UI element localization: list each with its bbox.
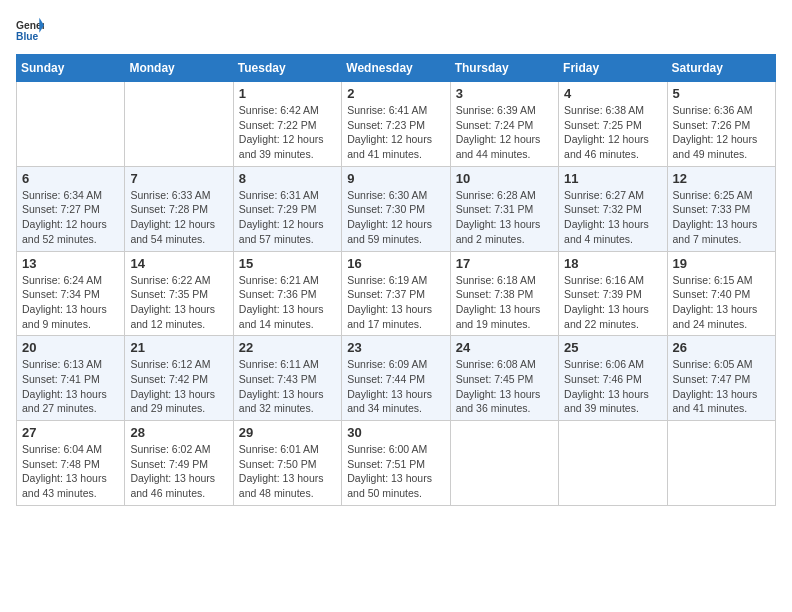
day-number: 24 bbox=[456, 340, 553, 355]
calendar-cell: 27Sunrise: 6:04 AM Sunset: 7:48 PM Dayli… bbox=[17, 421, 125, 506]
day-number: 9 bbox=[347, 171, 444, 186]
day-number: 20 bbox=[22, 340, 119, 355]
calendar-cell: 8Sunrise: 6:31 AM Sunset: 7:29 PM Daylig… bbox=[233, 166, 341, 251]
svg-text:Blue: Blue bbox=[16, 31, 39, 42]
weekday-header-tuesday: Tuesday bbox=[233, 55, 341, 82]
calendar-cell: 29Sunrise: 6:01 AM Sunset: 7:50 PM Dayli… bbox=[233, 421, 341, 506]
day-number: 2 bbox=[347, 86, 444, 101]
calendar-cell: 17Sunrise: 6:18 AM Sunset: 7:38 PM Dayli… bbox=[450, 251, 558, 336]
day-number: 1 bbox=[239, 86, 336, 101]
calendar-cell: 21Sunrise: 6:12 AM Sunset: 7:42 PM Dayli… bbox=[125, 336, 233, 421]
weekday-header-friday: Friday bbox=[559, 55, 667, 82]
day-info: Sunrise: 6:00 AM Sunset: 7:51 PM Dayligh… bbox=[347, 442, 444, 501]
calendar-week-2: 6Sunrise: 6:34 AM Sunset: 7:27 PM Daylig… bbox=[17, 166, 776, 251]
calendar-cell: 12Sunrise: 6:25 AM Sunset: 7:33 PM Dayli… bbox=[667, 166, 775, 251]
day-info: Sunrise: 6:28 AM Sunset: 7:31 PM Dayligh… bbox=[456, 188, 553, 247]
calendar-cell: 23Sunrise: 6:09 AM Sunset: 7:44 PM Dayli… bbox=[342, 336, 450, 421]
day-number: 14 bbox=[130, 256, 227, 271]
calendar-cell: 20Sunrise: 6:13 AM Sunset: 7:41 PM Dayli… bbox=[17, 336, 125, 421]
calendar-cell: 26Sunrise: 6:05 AM Sunset: 7:47 PM Dayli… bbox=[667, 336, 775, 421]
calendar-cell bbox=[17, 82, 125, 167]
calendar-week-1: 1Sunrise: 6:42 AM Sunset: 7:22 PM Daylig… bbox=[17, 82, 776, 167]
calendar-cell: 9Sunrise: 6:30 AM Sunset: 7:30 PM Daylig… bbox=[342, 166, 450, 251]
day-number: 23 bbox=[347, 340, 444, 355]
calendar-cell: 16Sunrise: 6:19 AM Sunset: 7:37 PM Dayli… bbox=[342, 251, 450, 336]
day-info: Sunrise: 6:15 AM Sunset: 7:40 PM Dayligh… bbox=[673, 273, 770, 332]
day-info: Sunrise: 6:24 AM Sunset: 7:34 PM Dayligh… bbox=[22, 273, 119, 332]
day-info: Sunrise: 6:33 AM Sunset: 7:28 PM Dayligh… bbox=[130, 188, 227, 247]
calendar-cell bbox=[559, 421, 667, 506]
calendar-table: SundayMondayTuesdayWednesdayThursdayFrid… bbox=[16, 54, 776, 506]
calendar-cell: 28Sunrise: 6:02 AM Sunset: 7:49 PM Dayli… bbox=[125, 421, 233, 506]
day-info: Sunrise: 6:06 AM Sunset: 7:46 PM Dayligh… bbox=[564, 357, 661, 416]
calendar-cell: 7Sunrise: 6:33 AM Sunset: 7:28 PM Daylig… bbox=[125, 166, 233, 251]
calendar-cell: 22Sunrise: 6:11 AM Sunset: 7:43 PM Dayli… bbox=[233, 336, 341, 421]
day-info: Sunrise: 6:12 AM Sunset: 7:42 PM Dayligh… bbox=[130, 357, 227, 416]
day-number: 25 bbox=[564, 340, 661, 355]
calendar-cell: 18Sunrise: 6:16 AM Sunset: 7:39 PM Dayli… bbox=[559, 251, 667, 336]
day-number: 21 bbox=[130, 340, 227, 355]
day-number: 6 bbox=[22, 171, 119, 186]
day-number: 7 bbox=[130, 171, 227, 186]
calendar-cell: 19Sunrise: 6:15 AM Sunset: 7:40 PM Dayli… bbox=[667, 251, 775, 336]
day-number: 27 bbox=[22, 425, 119, 440]
calendar-cell bbox=[125, 82, 233, 167]
calendar-cell: 1Sunrise: 6:42 AM Sunset: 7:22 PM Daylig… bbox=[233, 82, 341, 167]
calendar-cell: 4Sunrise: 6:38 AM Sunset: 7:25 PM Daylig… bbox=[559, 82, 667, 167]
day-number: 28 bbox=[130, 425, 227, 440]
day-info: Sunrise: 6:30 AM Sunset: 7:30 PM Dayligh… bbox=[347, 188, 444, 247]
day-number: 10 bbox=[456, 171, 553, 186]
calendar-cell: 14Sunrise: 6:22 AM Sunset: 7:35 PM Dayli… bbox=[125, 251, 233, 336]
day-number: 3 bbox=[456, 86, 553, 101]
calendar-week-5: 27Sunrise: 6:04 AM Sunset: 7:48 PM Dayli… bbox=[17, 421, 776, 506]
calendar-cell bbox=[667, 421, 775, 506]
page-header: General Blue bbox=[16, 16, 776, 44]
day-number: 5 bbox=[673, 86, 770, 101]
day-number: 13 bbox=[22, 256, 119, 271]
day-number: 12 bbox=[673, 171, 770, 186]
calendar-cell bbox=[450, 421, 558, 506]
logo: General Blue bbox=[16, 16, 48, 44]
calendar-cell: 13Sunrise: 6:24 AM Sunset: 7:34 PM Dayli… bbox=[17, 251, 125, 336]
day-info: Sunrise: 6:34 AM Sunset: 7:27 PM Dayligh… bbox=[22, 188, 119, 247]
day-number: 22 bbox=[239, 340, 336, 355]
day-info: Sunrise: 6:13 AM Sunset: 7:41 PM Dayligh… bbox=[22, 357, 119, 416]
day-number: 18 bbox=[564, 256, 661, 271]
day-info: Sunrise: 6:11 AM Sunset: 7:43 PM Dayligh… bbox=[239, 357, 336, 416]
day-number: 16 bbox=[347, 256, 444, 271]
day-info: Sunrise: 6:16 AM Sunset: 7:39 PM Dayligh… bbox=[564, 273, 661, 332]
day-info: Sunrise: 6:19 AM Sunset: 7:37 PM Dayligh… bbox=[347, 273, 444, 332]
calendar-cell: 30Sunrise: 6:00 AM Sunset: 7:51 PM Dayli… bbox=[342, 421, 450, 506]
day-info: Sunrise: 6:39 AM Sunset: 7:24 PM Dayligh… bbox=[456, 103, 553, 162]
day-info: Sunrise: 6:38 AM Sunset: 7:25 PM Dayligh… bbox=[564, 103, 661, 162]
day-number: 15 bbox=[239, 256, 336, 271]
day-number: 19 bbox=[673, 256, 770, 271]
day-info: Sunrise: 6:21 AM Sunset: 7:36 PM Dayligh… bbox=[239, 273, 336, 332]
day-info: Sunrise: 6:09 AM Sunset: 7:44 PM Dayligh… bbox=[347, 357, 444, 416]
day-number: 26 bbox=[673, 340, 770, 355]
weekday-header-saturday: Saturday bbox=[667, 55, 775, 82]
day-info: Sunrise: 6:31 AM Sunset: 7:29 PM Dayligh… bbox=[239, 188, 336, 247]
calendar-cell: 2Sunrise: 6:41 AM Sunset: 7:23 PM Daylig… bbox=[342, 82, 450, 167]
day-number: 11 bbox=[564, 171, 661, 186]
calendar-cell: 6Sunrise: 6:34 AM Sunset: 7:27 PM Daylig… bbox=[17, 166, 125, 251]
calendar-body: 1Sunrise: 6:42 AM Sunset: 7:22 PM Daylig… bbox=[17, 82, 776, 506]
day-number: 4 bbox=[564, 86, 661, 101]
day-info: Sunrise: 6:36 AM Sunset: 7:26 PM Dayligh… bbox=[673, 103, 770, 162]
day-number: 29 bbox=[239, 425, 336, 440]
day-info: Sunrise: 6:05 AM Sunset: 7:47 PM Dayligh… bbox=[673, 357, 770, 416]
calendar-header-row: SundayMondayTuesdayWednesdayThursdayFrid… bbox=[17, 55, 776, 82]
calendar-cell: 25Sunrise: 6:06 AM Sunset: 7:46 PM Dayli… bbox=[559, 336, 667, 421]
calendar-cell: 24Sunrise: 6:08 AM Sunset: 7:45 PM Dayli… bbox=[450, 336, 558, 421]
day-info: Sunrise: 6:27 AM Sunset: 7:32 PM Dayligh… bbox=[564, 188, 661, 247]
day-info: Sunrise: 6:25 AM Sunset: 7:33 PM Dayligh… bbox=[673, 188, 770, 247]
day-info: Sunrise: 6:04 AM Sunset: 7:48 PM Dayligh… bbox=[22, 442, 119, 501]
day-info: Sunrise: 6:02 AM Sunset: 7:49 PM Dayligh… bbox=[130, 442, 227, 501]
calendar-week-4: 20Sunrise: 6:13 AM Sunset: 7:41 PM Dayli… bbox=[17, 336, 776, 421]
calendar-cell: 5Sunrise: 6:36 AM Sunset: 7:26 PM Daylig… bbox=[667, 82, 775, 167]
day-info: Sunrise: 6:08 AM Sunset: 7:45 PM Dayligh… bbox=[456, 357, 553, 416]
day-info: Sunrise: 6:01 AM Sunset: 7:50 PM Dayligh… bbox=[239, 442, 336, 501]
day-number: 8 bbox=[239, 171, 336, 186]
day-info: Sunrise: 6:18 AM Sunset: 7:38 PM Dayligh… bbox=[456, 273, 553, 332]
logo-icon: General Blue bbox=[16, 16, 44, 44]
